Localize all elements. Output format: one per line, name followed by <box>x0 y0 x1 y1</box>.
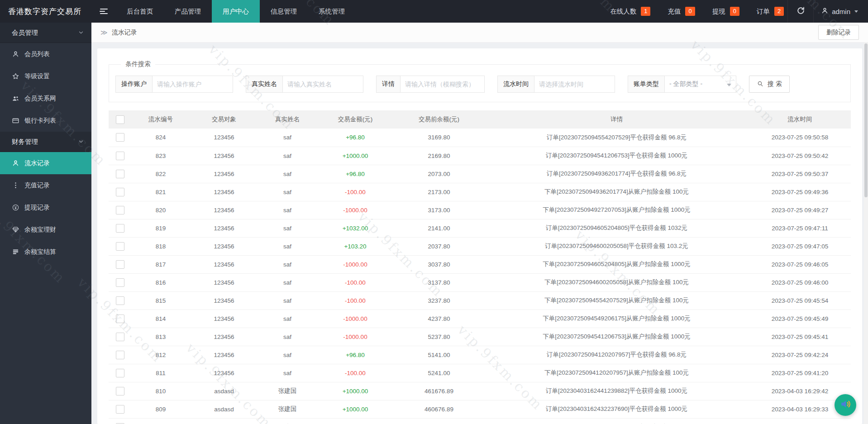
chevron-down-icon <box>78 29 84 36</box>
breadcrumb-icon: ≫ <box>100 29 108 37</box>
cell-name: 张建国 <box>258 400 317 418</box>
row-checkbox[interactable] <box>116 242 124 251</box>
cell-name: saf <box>258 255 317 273</box>
sidebar-item-label: 等级设置 <box>24 72 50 81</box>
row-checkbox[interactable] <box>116 369 124 377</box>
cell-id: 822 <box>131 165 190 183</box>
cell-time: 2023-07-25 09:49:27 <box>749 201 851 219</box>
counter-badge: 2 <box>774 7 784 16</box>
cell-amount: +96.80 <box>317 129 394 147</box>
nav-tab-info[interactable]: 信息管理 <box>260 0 308 23</box>
counter-orders[interactable]: 订单2 <box>757 7 784 16</box>
select-value: - 全部类型 - <box>669 80 702 88</box>
row-select-cell <box>109 183 131 201</box>
bank-card-icon <box>12 117 19 124</box>
sidebar-item-label: 流水记录 <box>24 159 50 167</box>
filter-label: 真实姓名 <box>246 76 283 93</box>
row-checkbox[interactable] <box>116 188 124 196</box>
cell-name: saf <box>258 147 317 165</box>
cell-detail: 订单[20230725094120207957]平仓获得金额 96.8元 <box>484 346 749 364</box>
sidebar-group-members[interactable]: 会员管理 <box>0 23 91 43</box>
sidebar-group-finance[interactable]: 财务管理 <box>0 132 91 152</box>
cell-amount: +1000.00 <box>317 382 394 400</box>
row-checkbox[interactable] <box>116 314 124 323</box>
sidebar-item-withdraw-records[interactable]: 提现记录 <box>0 196 91 219</box>
scrollbar-thumb[interactable] <box>864 43 868 197</box>
cell-name: 张建国 <box>258 418 317 424</box>
sidebar-item-flow-records[interactable]: 流水记录 <box>0 152 91 174</box>
content-card: 条件搜索 操作账户真实姓名详情流水时间账单类型- 全部类型 - 搜 索 流水编号… <box>97 48 862 424</box>
real-name-input[interactable] <box>283 76 363 93</box>
column-header-3: 交易金额(元) <box>317 110 394 129</box>
cell-time: 2023-07-25 09:46:05 <box>749 255 851 273</box>
counter-withdraw[interactable]: 提现0 <box>712 7 739 16</box>
row-checkbox[interactable] <box>116 351 124 359</box>
row-checkbox[interactable] <box>116 170 124 178</box>
cell-amount: +96.80 <box>317 346 394 364</box>
flow-time-input[interactable] <box>534 76 615 93</box>
nav-tab-user-center[interactable]: 用户中心 <box>212 0 260 23</box>
sidebar-toggle-button[interactable] <box>91 0 116 23</box>
select-all-checkbox[interactable] <box>116 115 124 124</box>
refresh-button[interactable] <box>787 0 813 23</box>
row-checkbox[interactable] <box>116 224 124 233</box>
nav-tab-products[interactable]: 产品管理 <box>164 0 212 23</box>
cell-time: 2023-07-25 09:47:11 <box>749 219 851 237</box>
sidebar-item-member-network[interactable]: 会员关系网 <box>0 87 91 110</box>
search-button[interactable]: 搜 索 <box>749 76 790 93</box>
counter-recharge[interactable]: 充值0 <box>668 7 695 16</box>
cell-time: 2023-07-25 09:50:37 <box>749 165 851 183</box>
sidebar-item-member-list[interactable]: 会员列表 <box>0 43 91 65</box>
table-row: 820123456saf-1000.003173.00下单[2023072509… <box>109 201 851 219</box>
table-row: 822123456saf+96.802073.00订单[202307250949… <box>109 165 851 183</box>
cell-id: 814 <box>131 310 190 328</box>
cell-id: 817 <box>131 255 190 273</box>
nav-tab-home[interactable]: 后台首页 <box>116 0 164 23</box>
row-checkbox[interactable] <box>116 387 124 395</box>
row-checkbox[interactable] <box>116 333 124 341</box>
row-checkbox[interactable] <box>116 206 124 214</box>
cell-name: saf <box>258 129 317 147</box>
sidebar-item-yuebao-invest[interactable]: 余额宝理财 <box>0 219 91 241</box>
table-row: 823123456saf+1000.002169.80订单[2023072509… <box>109 147 851 165</box>
navbar-status-area: 在线人数1充值0提现0订单2 <box>610 0 787 23</box>
filter-label: 账单类型 <box>628 76 665 93</box>
cell-time: 2023-07-25 09:46:00 <box>749 273 851 291</box>
table-row: 808asdasd张建国-1000.00461676.89下单[20230403… <box>109 418 851 424</box>
sidebar-item-level-settings[interactable]: 等级设置 <box>0 65 91 87</box>
table-header-row: 流水编号交易对象真实姓名交易金额(元)交易前余额(元)详情流水时间 <box>109 110 851 129</box>
row-checkbox[interactable] <box>116 296 124 305</box>
cell-amount: -1000.00 <box>317 328 394 346</box>
cell-balance: 461676.89 <box>394 418 484 424</box>
table-row: 812123456saf+96.805141.00订单[202307250941… <box>109 346 851 364</box>
table-row: 811123456saf-100.005241.00下单[20230725094… <box>109 364 851 382</box>
sidebar-item-label: 余额宝结算 <box>24 248 56 256</box>
cell-balance: 2073.00 <box>394 165 484 183</box>
sidebar-item-yuebao-settle[interactable]: 余额宝结算 <box>0 241 91 263</box>
operator-account-input[interactable] <box>153 76 233 93</box>
chevron-down-icon <box>78 138 84 145</box>
row-checkbox[interactable] <box>116 405 124 414</box>
bill-type-select[interactable]: - 全部类型 - <box>665 76 736 93</box>
row-checkbox[interactable] <box>116 278 124 287</box>
sidebar-item-recharge-records[interactable]: 充值记录 <box>0 174 91 196</box>
sidebar-group-title: 财务管理 <box>12 138 38 146</box>
sidebar-item-bank-cards[interactable]: 银行卡列表 <box>0 110 91 132</box>
row-checkbox[interactable] <box>116 152 124 160</box>
breadcrumb-bar: ≫ 流水记录 删除记录 <box>91 23 868 43</box>
row-checkbox[interactable] <box>116 260 124 269</box>
detail-input[interactable] <box>401 76 485 93</box>
delete-records-button[interactable]: 删除记录 <box>818 25 859 40</box>
counter-label: 提现 <box>712 7 725 16</box>
column-header-6: 流水时间 <box>749 110 851 129</box>
cell-amount: -1000.00 <box>317 418 394 424</box>
user-menu[interactable]: admin <box>813 0 868 23</box>
row-checkbox[interactable] <box>116 133 124 142</box>
column-header-4: 交易前余额(元) <box>394 110 484 129</box>
cell-detail: 下单[20230725094936201774]从账户扣除金额 100元 <box>484 183 749 201</box>
page-scrollbar[interactable] <box>864 43 868 424</box>
counter-online[interactable]: 在线人数1 <box>610 7 650 16</box>
nav-tab-system[interactable]: 系统管理 <box>308 0 356 23</box>
sound-float-button[interactable] <box>835 394 856 416</box>
sidebar-group-title: 会员管理 <box>12 29 38 37</box>
